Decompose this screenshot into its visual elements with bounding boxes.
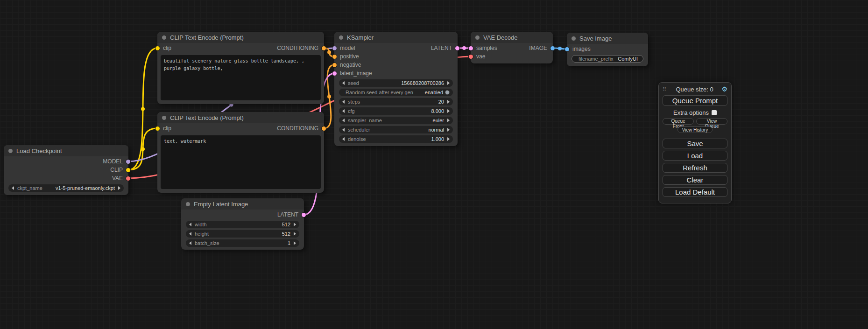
negative-prompt-textarea[interactable]: text, watermark <box>161 135 321 189</box>
output-port-vae[interactable] <box>126 176 130 181</box>
increment-arrow-icon[interactable] <box>447 109 450 113</box>
input-port-model[interactable] <box>332 46 337 50</box>
widget-steps[interactable]: steps 20 <box>339 98 453 105</box>
decrement-arrow-icon[interactable] <box>12 186 14 190</box>
output-port-conditioning[interactable] <box>322 126 326 131</box>
node-ksampler[interactable]: KSampler model LATENT positive negative … <box>334 32 458 146</box>
input-label-vae: vae <box>476 53 485 60</box>
output-label-conditioning: CONDITIONING <box>277 45 318 51</box>
increment-arrow-icon[interactable] <box>447 119 450 122</box>
decrement-arrow-icon[interactable] <box>189 232 191 236</box>
increment-arrow-icon[interactable] <box>447 137 450 141</box>
widget-seed[interactable]: seed 156680208700286 <box>339 79 453 87</box>
clear-button[interactable]: Clear <box>663 175 727 185</box>
increment-arrow-icon[interactable] <box>447 81 450 85</box>
decrement-arrow-icon[interactable] <box>342 137 345 141</box>
collapse-dot-icon[interactable] <box>162 35 166 40</box>
input-port-latent-image[interactable] <box>332 71 337 76</box>
widget-name: width <box>195 222 279 227</box>
widget-denoise[interactable]: denoise 1.000 <box>339 135 453 143</box>
output-port-latent[interactable] <box>455 46 459 50</box>
node-graph-canvas[interactable]: Load Checkpoint MODEL CLIP VAE ckpt_name… <box>0 0 868 329</box>
node-title: Load Checkpoint <box>16 147 62 154</box>
widget-value: v1-5-pruned-emaonly.ckpt <box>56 185 115 191</box>
widget-batch-size[interactable]: batch_size 1 <box>186 239 299 247</box>
input-port-negative[interactable] <box>332 63 337 67</box>
widget-filename-prefix[interactable]: filename_prefix ComfyUI <box>572 55 643 63</box>
drag-handle-icon[interactable]: ⠿ <box>663 86 669 92</box>
increment-arrow-icon[interactable] <box>447 100 450 104</box>
load-button[interactable]: Load <box>663 151 727 161</box>
extra-options-checkbox[interactable] <box>712 110 717 115</box>
load-default-button[interactable]: Load Default <box>663 187 727 197</box>
node-save-image[interactable]: Save Image images filename_prefix ComfyU… <box>567 33 648 66</box>
node-title-bar[interactable]: CLIP Text Encode (Prompt) <box>157 112 324 123</box>
collapse-dot-icon[interactable] <box>162 116 166 120</box>
output-port-image[interactable] <box>550 46 555 50</box>
node-load-checkpoint[interactable]: Load Checkpoint MODEL CLIP VAE ckpt_name… <box>4 145 128 195</box>
output-port-conditioning[interactable] <box>322 46 326 50</box>
link-midpoint-dot <box>141 107 145 111</box>
node-clip-text-encode-positive[interactable]: CLIP Text Encode (Prompt) clip CONDITION… <box>157 32 324 104</box>
input-port-images[interactable] <box>565 47 569 51</box>
queue-prompt-button[interactable]: Queue Prompt <box>663 95 727 106</box>
node-title: Save Image <box>579 35 612 42</box>
collapse-dot-icon[interactable] <box>475 35 480 40</box>
node-title-bar[interactable]: CLIP Text Encode (Prompt) <box>157 32 324 43</box>
node-title-bar[interactable]: Load Checkpoint <box>4 145 128 156</box>
settings-gear-icon[interactable]: ⚙ <box>720 85 727 93</box>
view-history-button[interactable]: View History <box>677 126 713 133</box>
toggle-knob-icon[interactable] <box>445 90 450 95</box>
increment-arrow-icon[interactable] <box>294 241 296 245</box>
decrement-arrow-icon[interactable] <box>342 81 345 85</box>
decrement-arrow-icon[interactable] <box>342 119 345 122</box>
queue-front-button[interactable]: Queue Front <box>663 118 694 125</box>
collapse-dot-icon[interactable] <box>8 149 13 153</box>
link-midpoint-dot <box>327 50 331 54</box>
node-title-bar[interactable]: KSampler <box>334 32 458 43</box>
node-clip-text-encode-negative[interactable]: CLIP Text Encode (Prompt) clip CONDITION… <box>157 112 324 193</box>
widget-scheduler[interactable]: scheduler normal <box>339 126 453 133</box>
input-port-vae[interactable] <box>469 55 473 59</box>
decrement-arrow-icon[interactable] <box>342 128 345 132</box>
refresh-button[interactable]: Refresh <box>663 163 727 173</box>
widget-name: batch_size <box>195 240 284 246</box>
output-port-model[interactable] <box>126 160 130 164</box>
decrement-arrow-icon[interactable] <box>189 223 191 226</box>
save-button[interactable]: Save <box>663 139 727 148</box>
decrement-arrow-icon[interactable] <box>189 241 191 245</box>
view-queue-button[interactable]: View Queue <box>696 118 727 125</box>
increment-arrow-icon[interactable] <box>294 223 296 226</box>
widget-width[interactable]: width 512 <box>186 221 299 228</box>
increment-arrow-icon[interactable] <box>294 232 296 236</box>
increment-arrow-icon[interactable] <box>447 128 450 132</box>
node-title-bar[interactable]: Empty Latent Image <box>181 198 304 210</box>
positive-prompt-textarea[interactable]: beautiful scenery nature glass bottle la… <box>161 55 321 100</box>
output-port-latent[interactable] <box>302 213 306 217</box>
widget-value: 1.000 <box>431 136 444 142</box>
widget-sampler-name[interactable]: sampler_name euler <box>339 117 453 124</box>
widget-value: 1 <box>288 240 290 246</box>
decrement-arrow-icon[interactable] <box>342 100 345 104</box>
node-title: VAE Decode <box>483 34 517 41</box>
widget-height[interactable]: height 512 <box>186 230 299 238</box>
collapse-dot-icon[interactable] <box>572 36 576 41</box>
node-empty-latent-image[interactable]: Empty Latent Image LATENT width 512 heig… <box>181 198 304 250</box>
widget-ckpt-name[interactable]: ckpt_name v1-5-pruned-emaonly.ckpt <box>8 184 124 192</box>
input-port-samples[interactable] <box>469 46 473 50</box>
input-port-clip[interactable] <box>155 126 160 131</box>
node-title-bar[interactable]: Save Image <box>567 33 648 44</box>
widget-cfg[interactable]: cfg 8.000 <box>339 107 453 115</box>
widget-value: 20 <box>438 99 444 105</box>
widget-random-seed-toggle[interactable]: Random seed after every gen enabled <box>339 89 453 96</box>
output-port-clip[interactable] <box>126 168 130 172</box>
input-port-clip[interactable] <box>155 46 160 50</box>
node-title-bar[interactable]: VAE Decode <box>471 32 553 43</box>
decrement-arrow-icon[interactable] <box>342 109 345 113</box>
node-vae-decode[interactable]: VAE Decode samples IMAGE vae <box>471 32 553 63</box>
collapse-dot-icon[interactable] <box>186 202 190 206</box>
widget-name: ckpt_name <box>17 185 52 191</box>
input-port-positive[interactable] <box>332 55 337 59</box>
increment-arrow-icon[interactable] <box>118 186 120 190</box>
collapse-dot-icon[interactable] <box>339 35 343 40</box>
